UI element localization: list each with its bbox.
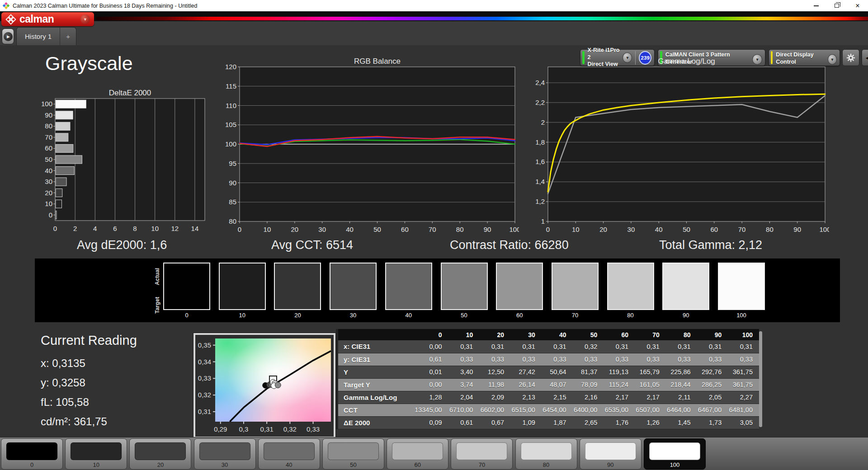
- chart-gamma-svg: Gamma Log/Log11,21,41,61,822,22,40102030…: [535, 57, 829, 235]
- table-cell: 0,33: [542, 353, 573, 366]
- table-cell: 1,45: [666, 416, 697, 429]
- ramp-swatch-60: [496, 263, 543, 310]
- ramp-swatch-label: 40: [385, 312, 432, 319]
- pattern-swatch: [521, 442, 572, 460]
- table-row-label: y: CIE31: [338, 353, 415, 366]
- reading-x-value: 0,3135: [52, 357, 85, 369]
- table-row-label: x: CIE31: [338, 340, 415, 353]
- table-cell: 2,27: [728, 391, 759, 404]
- table-cell: 81,37: [573, 366, 604, 378]
- pattern-level-button-80[interactable]: 80: [515, 438, 577, 470]
- svg-text:10: 10: [151, 225, 159, 232]
- table-scrollbar[interactable]: [759, 331, 762, 427]
- table-cell: 2,11: [666, 391, 697, 404]
- svg-text:30: 30: [45, 178, 52, 185]
- svg-text:0,3: 0,3: [239, 425, 249, 433]
- close-icon[interactable]: ×: [847, 0, 868, 11]
- svg-text:10: 10: [45, 200, 52, 207]
- table-cell: 0,32: [573, 340, 604, 353]
- table-cell: 12,50: [479, 366, 510, 378]
- svg-text:50: 50: [683, 226, 690, 233]
- table-cell: 0,00: [415, 340, 448, 353]
- pattern-level-label: 30: [194, 461, 255, 468]
- pattern-swatch: [585, 442, 636, 460]
- svg-text:100: 100: [42, 100, 52, 108]
- svg-text:1,8: 1,8: [535, 138, 545, 146]
- svg-text:0,32: 0,32: [198, 391, 211, 399]
- svg-text:20: 20: [291, 226, 298, 233]
- pattern-level-button-30[interactable]: 30: [194, 438, 256, 470]
- table-cell: 48,07: [542, 378, 573, 391]
- table-cell: 2,09: [479, 391, 510, 404]
- pattern-level-button-90[interactable]: 90: [580, 438, 642, 470]
- ramp-swatch-30: [330, 263, 377, 310]
- svg-text:10: 10: [572, 226, 580, 233]
- pattern-swatch: [135, 442, 186, 460]
- reading-fl-label: fL:: [41, 396, 53, 408]
- table-cell: 2,05: [697, 391, 728, 404]
- table-cell: 1,28: [415, 391, 448, 404]
- pattern-swatch: [392, 442, 443, 460]
- svg-text:RGB Balance: RGB Balance: [354, 57, 401, 66]
- pattern-level-button-10[interactable]: 10: [65, 438, 127, 470]
- table-row-label: Gamma Log/Log: [338, 391, 415, 404]
- reading-cdm2-value: 361,75: [74, 415, 107, 428]
- table-column-header-20: 20: [479, 329, 510, 340]
- chevron-left-icon: ◀: [866, 53, 868, 62]
- table-cell: 1,87: [542, 416, 573, 429]
- ramp-swatch-90: [662, 263, 709, 310]
- svg-text:90: 90: [45, 111, 52, 119]
- table-cell: 0,31: [448, 340, 480, 353]
- ramp-swatch-100: [718, 263, 765, 310]
- table-cell: 165,79: [635, 366, 666, 378]
- stat-avg-cct: Avg CCT: 6514: [271, 238, 353, 252]
- calman-menu-button[interactable]: calman ▼: [1, 12, 94, 26]
- collapse-toolbar-button[interactable]: ◀: [862, 49, 868, 66]
- table-row-label: Y: [338, 366, 415, 378]
- svg-text:0: 0: [238, 226, 241, 233]
- pattern-level-button-60[interactable]: 60: [387, 438, 448, 470]
- pattern-level-button-20[interactable]: 20: [129, 438, 191, 470]
- svg-text:80: 80: [45, 122, 52, 130]
- table-cell: 0,00: [415, 378, 448, 391]
- restore-icon[interactable]: [826, 0, 847, 11]
- ramp-swatch-label: 50: [441, 312, 488, 319]
- ramp-swatch-50: [441, 263, 488, 310]
- svg-text:50: 50: [373, 226, 381, 233]
- workflow-nav-button[interactable]: ▶: [2, 28, 14, 44]
- pattern-level-button-50[interactable]: 50: [322, 438, 384, 470]
- svg-text:30: 30: [318, 226, 326, 233]
- tab-history-1[interactable]: History 1 +: [16, 27, 76, 45]
- add-tab-button[interactable]: +: [60, 28, 76, 45]
- current-reading-title: Current Reading: [41, 333, 137, 348]
- table-cell: 361,75: [728, 366, 759, 378]
- svg-text:12: 12: [171, 225, 179, 232]
- table-cell: 6400,00: [573, 404, 604, 416]
- pattern-swatch: [199, 442, 250, 460]
- pattern-level-label: 100: [644, 461, 705, 468]
- svg-text:4: 4: [93, 225, 97, 232]
- table-cell: 0,33: [479, 353, 510, 366]
- pattern-level-button-70[interactable]: 70: [451, 438, 513, 470]
- svg-text:0,33: 0,33: [307, 425, 320, 433]
- table-cell: 0,31: [604, 340, 635, 353]
- table-column-header-10: 10: [448, 329, 480, 340]
- pattern-level-button-40[interactable]: 40: [258, 438, 320, 470]
- minimize-icon[interactable]: [806, 0, 826, 11]
- pattern-level-label: 10: [66, 461, 127, 468]
- table-row: Gamma Log/Log1,282,042,092,132,152,162,1…: [338, 391, 759, 404]
- pattern-level-button-100[interactable]: 100: [644, 438, 706, 470]
- table-row: Y0,013,4012,5027,4250,6481,37119,13165,7…: [338, 366, 759, 378]
- table-cell: 0,09: [415, 416, 448, 429]
- svg-text:0: 0: [49, 211, 52, 219]
- svg-text:90: 90: [793, 226, 801, 233]
- settings-button[interactable]: [842, 49, 859, 66]
- pattern-level-label: 70: [451, 461, 512, 468]
- table-cell: 0,33: [697, 353, 728, 366]
- table-cell: 6515,00: [510, 404, 542, 416]
- rainbow-gradient-strip: [96, 17, 868, 20]
- pattern-level-button-0[interactable]: 0: [1, 438, 63, 470]
- table-cell: 0,31: [635, 340, 666, 353]
- table-column-header-40: 40: [542, 329, 573, 340]
- svg-text:70: 70: [429, 226, 436, 233]
